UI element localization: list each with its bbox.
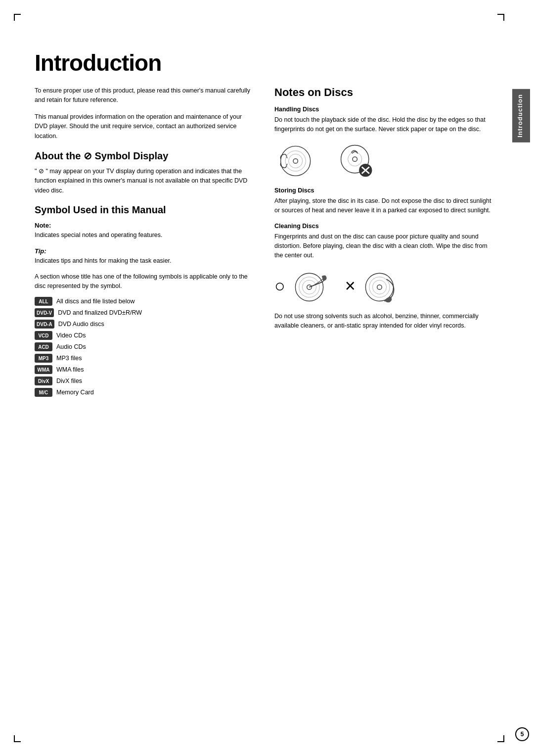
handling-discs-text: Do not touch the playback side of the di… [274, 115, 494, 135]
symbol-section-heading: Symbol Used in this Manual [35, 204, 255, 216]
badge-item: ACDAudio CDs [35, 342, 255, 351]
disc-wrong-image [334, 141, 378, 180]
corner-mark-br [497, 735, 504, 742]
badge-label: M/C [35, 388, 52, 397]
side-tab-label: Introduction [512, 89, 530, 142]
cleaning-wrong-svg [358, 268, 400, 305]
correct-symbol: ○ [274, 276, 285, 296]
page-title: Introduction [35, 49, 494, 76]
storing-discs-text: After playing, store the disc in its cas… [274, 196, 494, 216]
main-content: Introduction To ensure proper use of thi… [30, 30, 499, 726]
badge-description: Video CDs [56, 332, 86, 339]
notes-on-discs-heading: Notes on Discs [274, 86, 494, 99]
badge-label: ACD [35, 342, 52, 351]
badge-description: MP3 files [56, 355, 82, 362]
badge-description: Audio CDs [56, 343, 86, 350]
tip-label: Tip: [35, 247, 46, 255]
final-text: Do not use strong solvents such as alcoh… [274, 312, 494, 331]
corner-mark-bl [14, 735, 21, 742]
badge-label: ALL [35, 297, 52, 306]
page-wrapper: Introduction 5 Introduction To ensure pr… [0, 0, 534, 756]
cleaning-discs-title: Cleaning Discs [274, 223, 494, 230]
handling-discs-title: Handling Discs [274, 106, 494, 113]
about-section-heading: About the ⊘ Symbol Display [35, 150, 255, 162]
section-description: A section whose title has one of the fol… [35, 272, 255, 291]
left-column: To ensure proper use of this product, pl… [35, 86, 255, 397]
badge-description: DVD and finalized DVD±R/RW [58, 309, 142, 316]
note-block: Note: Indicates special notes and operat… [35, 221, 255, 240]
badge-item: DVD-ADVD Audio discs [35, 320, 255, 329]
badge-item: WMAWMA files [35, 365, 255, 374]
cleaning-discs-text: Fingerprints and dust on the disc can ca… [274, 232, 494, 261]
badge-description: Memory Card [56, 389, 94, 396]
badge-item: VCDVideo CDs [35, 331, 255, 340]
badge-item: M/CMemory Card [35, 388, 255, 397]
svg-point-5 [353, 157, 357, 161]
badge-description: DivX files [56, 378, 82, 384]
handling-disc-images [274, 141, 494, 180]
badge-item: DivXDivX files [35, 377, 255, 385]
svg-point-6 [348, 152, 361, 166]
badge-label: VCD [35, 331, 52, 340]
badge-label: DivX [35, 377, 52, 385]
right-column: Notes on Discs Handling Discs Do not tou… [274, 86, 494, 397]
badge-item: ALLAll discs and file listed below [35, 297, 255, 306]
badge-description: WMA files [56, 366, 84, 373]
badge-item: MP3MP3 files [35, 354, 255, 363]
side-tab: Introduction 5 [508, 0, 534, 756]
tip-block: Tip: Indicates tips and hints for making… [35, 246, 255, 266]
storing-discs-title: Storing Discs [274, 187, 494, 194]
intro-paragraph-2: This manual provides information on the … [35, 112, 255, 141]
note-text: Indicates special notes and operating fe… [35, 232, 163, 238]
badge-description: All discs and file listed below [56, 298, 134, 305]
badge-description: DVD Audio discs [58, 321, 104, 328]
badge-item: DVD-VDVD and finalized DVD±R/RW [35, 308, 255, 317]
about-section-text: " ⊘ " may appear on your TV display duri… [35, 167, 255, 195]
badge-label: DVD-V [35, 308, 54, 317]
badge-label: MP3 [35, 354, 52, 363]
svg-point-15 [377, 284, 382, 289]
disc-correct-image [274, 141, 319, 180]
wrong-symbol: × [345, 276, 356, 296]
cleaning-disc-images: ○ [274, 268, 494, 305]
corner-mark-tl [14, 14, 21, 21]
badge-label: WMA [35, 365, 52, 374]
note-label: Note: [35, 222, 51, 229]
tip-text: Indicates tips and hints for making the … [35, 257, 172, 264]
two-column-layout: To ensure proper use of this product, pl… [35, 86, 494, 397]
cleaning-correct-svg [288, 268, 330, 305]
svg-point-16 [372, 280, 386, 294]
corner-mark-tr [497, 14, 504, 21]
badge-label: DVD-A [35, 320, 54, 329]
badge-list: ALLAll discs and file listed belowDVD-VD… [35, 297, 255, 397]
svg-point-1 [293, 159, 298, 163]
intro-paragraph-1: To ensure proper use of this product, pl… [35, 86, 255, 105]
svg-point-2 [288, 154, 302, 168]
page-number: 5 [515, 727, 529, 741]
